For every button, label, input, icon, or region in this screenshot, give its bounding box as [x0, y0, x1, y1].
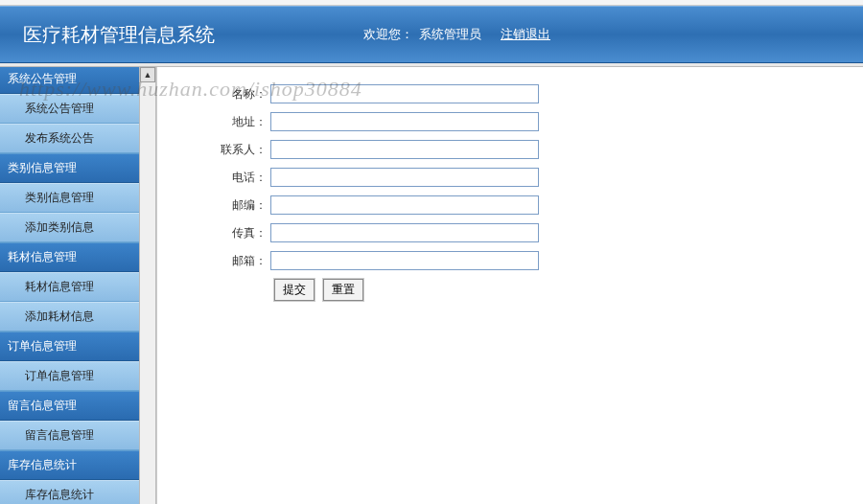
form-button-row: 提交 重置: [274, 279, 853, 301]
input-address[interactable]: [270, 112, 539, 131]
main-content: 名称： 地址： 联系人： 电话： 邮编： 传真：: [156, 67, 863, 504]
current-username: 系统管理员: [419, 26, 481, 43]
scroll-up-icon[interactable]: ▲: [140, 67, 155, 82]
header-user-area: 欢迎您： 系统管理员 注销退出: [363, 26, 550, 43]
welcome-prefix: 欢迎您：: [363, 26, 413, 43]
sidebar-group-stock[interactable]: 库存信息统计: [0, 450, 139, 480]
app-header: 医疗耗材管理信息系统 欢迎您： 系统管理员 注销退出: [0, 6, 863, 63]
label-phone: 电话：: [167, 170, 270, 186]
form-row-email: 邮箱：: [167, 251, 853, 270]
form-row-phone: 电话：: [167, 168, 853, 187]
sidebar-item-material-manage[interactable]: 耗材信息管理: [0, 272, 139, 302]
form-row-zip: 邮编：: [167, 195, 853, 215]
input-email[interactable]: [270, 251, 539, 270]
sidebar-group-message[interactable]: 留言信息管理: [0, 391, 139, 421]
label-contact: 联系人：: [167, 142, 270, 158]
submit-button[interactable]: 提交: [274, 279, 315, 301]
sidebar-item-category-manage[interactable]: 类别信息管理: [0, 183, 139, 213]
input-fax[interactable]: [270, 223, 539, 242]
sidebar-group-material[interactable]: 耗材信息管理: [0, 242, 139, 272]
input-zip[interactable]: [270, 195, 539, 215]
reset-button[interactable]: 重置: [323, 279, 363, 301]
sidebar-group-category[interactable]: 类别信息管理: [0, 153, 139, 183]
input-contact[interactable]: [270, 140, 539, 159]
label-fax: 传真：: [167, 225, 270, 241]
label-zip: 邮编：: [167, 197, 270, 214]
sidebar-scrollbar[interactable]: ▲: [139, 67, 156, 504]
app-title: 医疗耗材管理信息系统: [23, 22, 215, 48]
input-name[interactable]: [270, 84, 539, 103]
sidebar-item-category-add[interactable]: 添加类别信息: [0, 213, 139, 242]
sidebar-item-order-manage[interactable]: 订单信息管理: [0, 361, 139, 391]
logout-link[interactable]: 注销退出: [501, 26, 550, 43]
sidebar-nav: 系统公告管理 系统公告管理 发布系统公告 类别信息管理 类别信息管理 添加类别信…: [0, 67, 139, 504]
label-name: 名称：: [167, 86, 270, 103]
body-area: 系统公告管理 系统公告管理 发布系统公告 类别信息管理 类别信息管理 添加类别信…: [0, 67, 863, 504]
label-email: 邮箱：: [167, 253, 270, 269]
form-row-fax: 传真：: [167, 223, 853, 242]
sidebar-item-notice-manage[interactable]: 系统公告管理: [0, 94, 139, 124]
form-row-name: 名称：: [167, 84, 853, 103]
sidebar-item-notice-publish[interactable]: 发布系统公告: [0, 124, 139, 153]
sidebar-group-notice[interactable]: 系统公告管理: [0, 67, 139, 94]
sidebar-item-material-add[interactable]: 添加耗材信息: [0, 302, 139, 332]
form-row-contact: 联系人：: [167, 140, 853, 159]
supplier-form: 名称： 地址： 联系人： 电话： 邮编： 传真：: [157, 67, 863, 310]
sidebar-group-order[interactable]: 订单信息管理: [0, 332, 139, 361]
form-row-address: 地址：: [167, 112, 853, 131]
label-address: 地址：: [167, 114, 270, 130]
sidebar-item-message-manage[interactable]: 留言信息管理: [0, 421, 139, 450]
input-phone[interactable]: [270, 168, 539, 187]
sidebar-item-stock-stats[interactable]: 库存信息统计: [0, 480, 139, 504]
